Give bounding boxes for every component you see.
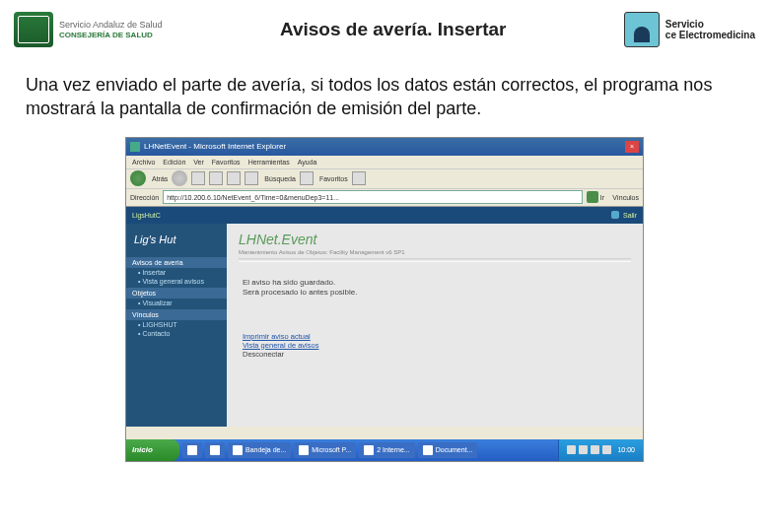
sidebar-section-avisos[interactable]: Avisos de avería [126,257,227,268]
close-icon[interactable]: × [625,141,639,153]
logo-right-text: Servicio ce Electromedicina [665,19,755,40]
taskbar-item-powerpoint[interactable]: Microsoft P... [294,442,356,458]
ie-menubar: Archivo Edición Ver Favoritos Herramient… [126,156,643,169]
taskbar-item[interactable] [205,442,225,458]
doc-icon [423,445,433,455]
logo-left-line2: CONSEJERÍA DE SALUD [59,31,163,40]
link-disconnect[interactable]: Desconectar [243,350,627,359]
app-topbar: LigsHutC Salir [126,207,643,224]
search-icon[interactable] [245,171,258,185]
logo-right-line2: ce Electromedicina [665,30,755,40]
sidebar-item-visualizar[interactable]: Visualizar [126,299,227,307]
menu-edicion[interactable]: Edición [163,159,185,166]
embedded-screenshot: LHNetEvent - Microsoft Internet Explorer… [125,137,644,462]
refresh-icon[interactable] [209,171,223,185]
menu-ver[interactable]: Ver [193,159,204,166]
sidebar-section-objetos[interactable]: Objetos [126,288,227,299]
logout-icon [611,211,619,219]
outlook-icon [233,445,243,455]
taskbar-item-document[interactable]: Document... [418,442,478,458]
address-input[interactable]: http://10.200.6.10/NetEvent_6/Time=0&men… [163,190,583,204]
taskbar-item-inbox[interactable]: Bandeja de... [228,442,291,458]
divider [239,258,631,262]
logo-right-line1: Servicio [665,19,755,30]
app-icon [187,445,197,455]
tray-icon[interactable] [602,445,611,454]
tray-icon[interactable] [567,445,576,454]
back-label: Atrás [152,175,168,182]
start-button[interactable]: Inicio [126,439,179,461]
logo-left: Servicio Andaluz de Salud CONSEJERÍA DE … [14,12,163,47]
sidebar-item-ligshut[interactable]: LIGHSHUT [126,320,227,329]
links-label[interactable]: Vínculos [612,194,639,201]
stop-icon[interactable] [191,171,205,185]
slide-header: Servicio Andaluz de Salud CONSEJERÍA DE … [0,0,769,59]
powerpoint-icon [299,445,309,455]
address-label: Dirección [130,194,159,201]
ie-icon [364,445,374,455]
system-tray: 10:00 [558,439,643,461]
taskbar-item-ie[interactable]: 2 Interne... [359,442,414,458]
confirmation-message-2: Será procesado lo antes posible. [243,288,627,297]
app-main: LHNet.Event Mantenimiento Avisos de Obje… [227,224,643,427]
forward-button-icon[interactable] [172,170,187,186]
main-header: LHNet.Event Mantenimiento Avisos de Obje… [227,224,643,266]
go-icon [587,191,598,203]
home-icon[interactable] [227,171,241,185]
salir-label: Salir [623,212,637,219]
junta-andalucia-icon [14,12,53,47]
windows-taskbar: Inicio Bandeja de... Microsoft P... 2 In… [126,439,643,461]
sidebar-item-contacto[interactable]: Contacto [126,329,227,338]
ie-app-icon [130,142,140,152]
main-content: El aviso ha sido guardado. Será procesad… [227,266,643,370]
slide-title: Avisos de avería. Insertar [163,19,624,40]
body-text: Una vez enviado el parte de avería, si t… [0,59,769,131]
menu-archivo[interactable]: Archivo [132,159,155,166]
logo-left-text: Servicio Andaluz de Salud CONSEJERÍA DE … [59,20,163,39]
menu-herramientas[interactable]: Herramientas [248,159,290,166]
electromedicina-icon [624,12,660,47]
confirmation-message-1: El aviso ha sido guardado. [243,278,627,287]
ie-titlebar: LHNetEvent - Microsoft Internet Explorer… [126,138,643,156]
main-subtitle: Mantenimiento Avisos de Objetos: Facilit… [239,249,631,255]
clock: 10:00 [617,446,635,453]
main-links: Imprimir aviso actual Vista general de a… [243,332,627,359]
app-icon [210,445,220,455]
ie-window-title: LHNetEvent - Microsoft Internet Explorer [144,142,286,151]
app-topbar-right[interactable]: Salir [611,211,637,219]
app-body: Lig's Hut Avisos de avería Insertar Vist… [126,224,643,427]
sidebar-section-vinculos[interactable]: Vínculos [126,309,227,320]
favorites-label: Favoritos [319,175,348,182]
favorites-icon[interactable] [300,171,314,185]
go-button[interactable]: Ir [587,191,604,203]
go-label: Ir [600,194,604,201]
back-button-icon[interactable] [130,170,146,186]
search-label: Búsqueda [264,175,296,182]
sidebar-item-vista-avisos[interactable]: Vista general avisos [126,277,227,286]
sidebar-item-insertar[interactable]: Insertar [126,268,227,277]
app-sidebar: Lig's Hut Avisos de avería Insertar Vist… [126,224,227,427]
ie-toolbar: Atrás Búsqueda Favoritos [126,169,643,189]
start-label: Inicio [132,445,153,454]
app-topbar-left: LigsHutC [132,212,161,219]
link-overview[interactable]: Vista general de avisos [243,341,627,350]
tray-icon[interactable] [579,445,588,454]
tray-icon[interactable] [591,445,599,454]
menu-ayuda[interactable]: Ayuda [298,159,317,166]
menu-favoritos[interactable]: Favoritos [212,159,241,166]
logo-left-line1: Servicio Andaluz de Salud [59,20,163,31]
sidebar-logo: Lig's Hut [126,230,227,255]
taskbar-item[interactable] [182,442,202,458]
main-title: LHNet.Event [239,232,631,247]
history-icon[interactable] [352,171,366,185]
link-print[interactable]: Imprimir aviso actual [243,332,627,341]
address-url: http://10.200.6.10/NetEvent_6/Time=0&men… [167,194,339,201]
logo-right: Servicio ce Electromedicina [624,12,755,47]
ie-addressbar: Dirección http://10.200.6.10/NetEvent_6/… [126,189,643,207]
